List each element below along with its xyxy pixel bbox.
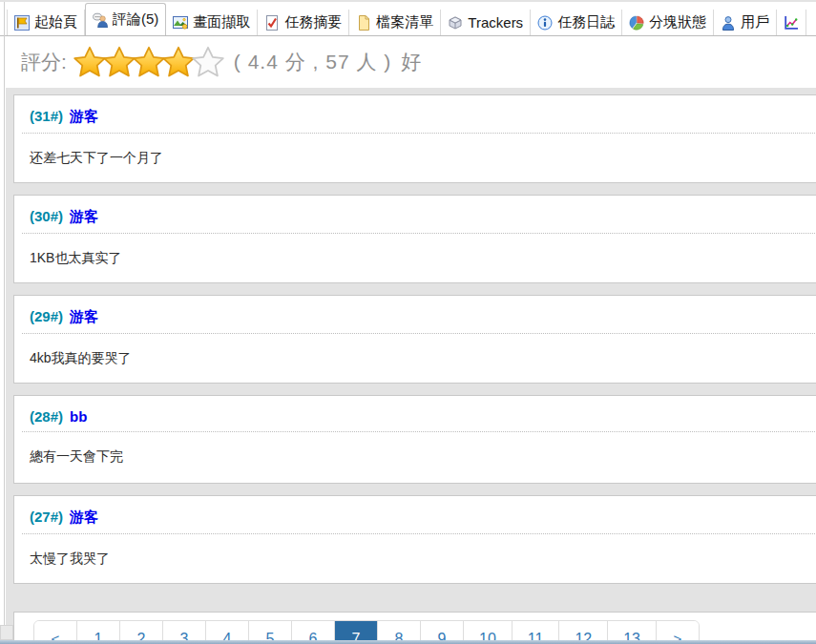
tab-task-log[interactable]: 任務日誌 [531, 10, 622, 35]
tab-label: 用戶 [741, 13, 769, 31]
comment-header: (28#)bb [30, 408, 798, 425]
piece-status-icon [629, 15, 644, 31]
file-list-icon [356, 15, 371, 31]
tab-bar: 起始頁評論(5)畫面擷取任務摘要檔案清單Trackers任務日誌分塊狀態用戶 [0, 2, 816, 36]
comment-number: (27#) [30, 509, 63, 525]
chart-icon [784, 15, 799, 31]
flag-icon [14, 15, 30, 31]
tab-chart[interactable] [777, 10, 806, 35]
comment-separator [22, 431, 816, 432]
tab-screenshot[interactable]: 畫面擷取 [166, 10, 258, 35]
task-summary-icon [264, 15, 280, 31]
tab-label: Trackers [468, 14, 523, 31]
comment-header: (30#)游客 [30, 208, 798, 226]
comment-separator [22, 533, 816, 534]
tab-label: 評論(5) [113, 10, 158, 29]
comment-header: (29#)游客 [30, 308, 798, 326]
rating-row: 評分: ( 4.4 分 , 57 人 ) 好 [6, 36, 816, 88]
comment-text: 4kb我真的要哭了 [30, 350, 798, 367]
scrollbar-corner [0, 625, 13, 640]
comments-panel: 起始頁評論(5)畫面擷取任務摘要檔案清單Trackers任務日誌分塊狀態用戶 評… [0, 0, 816, 644]
tab-label: 起始頁 [34, 13, 77, 31]
comment-text: 还差七天下了一个月了 [30, 150, 798, 167]
comment-separator [22, 333, 816, 334]
screenshot-icon [173, 15, 188, 31]
star-empty-icon [191, 46, 225, 78]
comment-text: 1KB也太真实了 [30, 250, 798, 267]
comment-card: (27#)游客太慢了我哭了 [13, 495, 816, 584]
rating-verdict: 好 [401, 49, 421, 75]
comment-card: (29#)游客4kb我真的要哭了 [13, 295, 816, 384]
comment-separator [22, 233, 816, 234]
tab-trackers[interactable]: Trackers [441, 10, 531, 35]
rating-label: 評分: [21, 49, 67, 75]
comment-number: (31#) [30, 108, 63, 124]
tab-label: 畫面擷取 [193, 13, 250, 31]
tab-comments[interactable]: 評論(5) [85, 3, 166, 36]
comment-card: (28#)bb總有一天會下完 [13, 395, 816, 484]
comment-card: (31#)游客还差七天下了一个月了 [13, 94, 816, 183]
comment-header: (27#)游客 [30, 509, 798, 527]
rating-score: ( 4.4 分 , 57 人 ) [234, 49, 391, 75]
tab-label: 任務摘要 [284, 13, 342, 31]
tab-user[interactable]: 用戶 [714, 10, 777, 35]
left-border-line [4, 2, 5, 644]
comment-header: (31#)游客 [30, 108, 798, 126]
tab-task-summary[interactable]: 任務摘要 [258, 10, 349, 35]
comment-separator [22, 133, 816, 134]
tab-file-list[interactable]: 檔案清單 [349, 10, 441, 35]
comments-icon [93, 12, 108, 28]
comment-author-link[interactable]: bb [70, 408, 87, 425]
tab-start-page[interactable]: 起始頁 [7, 10, 85, 35]
tab-label: 任務日誌 [557, 13, 615, 31]
tab-piece-status[interactable]: 分塊狀態 [622, 10, 714, 35]
comment-author-link[interactable]: 游客 [70, 308, 98, 324]
user-icon [721, 15, 736, 31]
tab-label: 分塊狀態 [649, 13, 706, 31]
pagination-card: <12345678910111213> [13, 612, 816, 644]
tab-label: 檔案清單 [376, 13, 433, 31]
comment-author-link[interactable]: 游客 [70, 108, 98, 124]
star-rating [73, 46, 220, 78]
comment-text: 太慢了我哭了 [30, 551, 798, 568]
comments-list: (31#)游客还差七天下了一个月了(30#)游客1KB也太真实了(29#)游客4… [6, 88, 816, 644]
window-top-edge [0, 0, 816, 2]
task-log-icon [537, 15, 553, 31]
window-bottom-edge [0, 640, 816, 644]
comment-text: 總有一天會下完 [30, 448, 798, 466]
comment-author-link[interactable]: 游客 [70, 509, 98, 525]
comment-number: (30#) [30, 208, 63, 224]
comment-number: (29#) [30, 308, 63, 324]
comment-number: (28#) [30, 408, 63, 425]
comment-card: (30#)游客1KB也太真实了 [13, 195, 816, 283]
comment-author-link[interactable]: 游客 [70, 208, 98, 224]
trackers-icon [448, 15, 463, 31]
